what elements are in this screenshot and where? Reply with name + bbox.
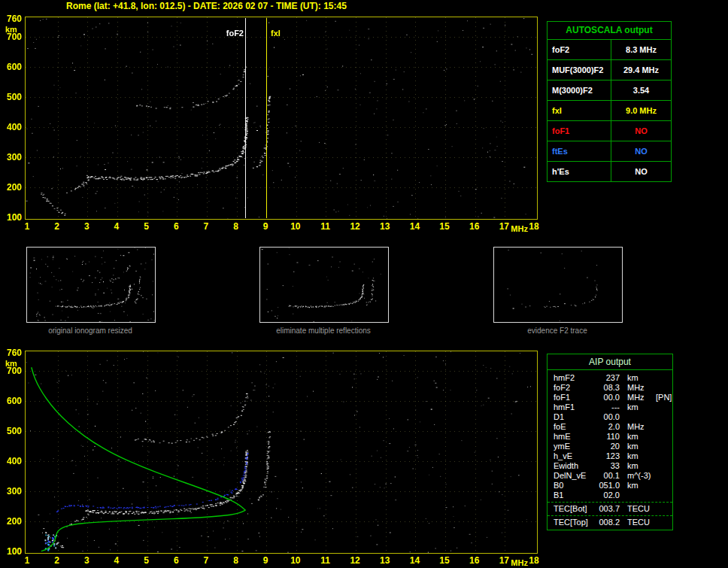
x-tick-label: 13 xyxy=(377,221,393,232)
thumbnail-caption-no-multiples: eliminate multiple reflections xyxy=(259,327,388,335)
autoscala-results-screen: Rome (lat: +41.8, lon: 012.5) - DATE: 20… xyxy=(0,0,728,568)
aip-row: hmF1---km xyxy=(548,402,672,412)
autoscala-table-rows: foF28.3 MHzMUF(3000)F229.4 MHzM(3000)F23… xyxy=(548,39,671,181)
y-axis-unit: km xyxy=(5,25,17,34)
aip-name: B0 xyxy=(548,481,597,491)
x-tick-label: 7 xyxy=(198,555,214,566)
y-tick-label: 760 xyxy=(1,14,22,24)
aip-name: DelN_vE xyxy=(548,471,597,481)
thumbnail-caption-original: original ionogram resized xyxy=(26,327,155,335)
x-tick-label: 13 xyxy=(377,555,393,566)
aip-note xyxy=(653,373,672,383)
station-date-title: Rome (lat: +41.8, lon: 012.5) - DATE: 20… xyxy=(66,1,347,11)
thumbnail-original-panel xyxy=(26,247,156,323)
x-tick-label: 4 xyxy=(108,555,125,566)
x-tick-label: 16 xyxy=(466,221,483,232)
x-tick-label: 10 xyxy=(287,555,304,566)
aip-value: 00.0 xyxy=(597,412,620,422)
param-value: 9.0 MHz xyxy=(611,106,671,115)
aip-unit xyxy=(620,412,653,422)
y-tick-label: 600 xyxy=(1,62,22,72)
aip-value: 237 xyxy=(597,373,620,383)
x-tick-label: 6 xyxy=(168,555,184,566)
autoscala-row: ftEsNO xyxy=(548,141,671,161)
aip-unit: km xyxy=(620,442,653,451)
aip-row: B102.0 xyxy=(548,491,672,500)
x-tick-label: 9 xyxy=(257,221,274,232)
x-tick-label: 14 xyxy=(406,221,423,232)
x-tick-label: 8 xyxy=(228,221,244,232)
x-tick-label: 15 xyxy=(436,555,453,566)
aip-note xyxy=(653,383,672,393)
param-value: NO xyxy=(611,147,671,156)
aip-unit: km xyxy=(620,373,653,383)
aip-value: 08.3 xyxy=(597,383,620,393)
thumbnail-f2-trace-panel xyxy=(493,247,623,323)
x-tick-label: 2 xyxy=(49,221,65,232)
aip-note xyxy=(653,461,672,471)
aip-name: ymE xyxy=(548,442,597,451)
aip-value: --- xyxy=(597,402,620,412)
aip-note xyxy=(653,451,672,461)
bottom-ionogram-canvas xyxy=(26,351,537,553)
aip-name: foF2 xyxy=(548,383,597,393)
aip-unit: TECU xyxy=(620,504,653,514)
y-tick-label: 400 xyxy=(1,122,22,132)
param-label: fxI xyxy=(548,101,611,120)
aip-value: 00.0 xyxy=(597,393,620,402)
y-tick-label: 400 xyxy=(1,456,22,466)
x-tick-label: 12 xyxy=(347,221,363,232)
x-tick-label: 18 xyxy=(526,555,542,566)
aip-name: Ewidth xyxy=(548,461,597,471)
aip-value: 123 xyxy=(597,451,620,461)
aip-note xyxy=(653,432,672,442)
x-tick-label: 12 xyxy=(347,555,363,566)
aip-name: TEC[Bot] xyxy=(548,504,597,514)
thumbnail-caption-f2-trace: evidence F2 trace xyxy=(493,327,622,335)
aip-name: TEC[Top] xyxy=(548,518,597,527)
fxI-marker-label: fxI xyxy=(271,29,281,38)
aip-unit: MHz xyxy=(620,422,653,432)
aip-name: h_vE xyxy=(548,451,597,461)
aip-note xyxy=(653,504,672,514)
aip-value: 051.0 xyxy=(597,481,620,491)
aip-row: TEC[Top]008.2TECU xyxy=(548,518,672,527)
aip-value: 110 xyxy=(597,432,620,442)
y-tick-label: 200 xyxy=(1,516,22,527)
aip-value: 003.7 xyxy=(597,504,620,514)
aip-row: h_vE123km xyxy=(548,451,672,461)
autoscala-output-table: AUTOSCALA output foF28.3 MHzMUF(3000)F22… xyxy=(547,21,672,182)
aip-note xyxy=(653,402,672,412)
param-value: NO xyxy=(611,167,671,176)
param-value: 3.54 xyxy=(611,86,671,95)
y-tick-label: 300 xyxy=(1,152,22,163)
aip-unit: km xyxy=(620,481,653,491)
thumbnail-no-multiples-panel xyxy=(259,247,389,323)
aip-table-title: AIP output xyxy=(548,354,672,370)
param-label: M(3000)F2 xyxy=(548,80,611,100)
x-tick-label: 7 xyxy=(198,221,214,232)
param-label: foF1 xyxy=(548,121,611,141)
x-tick-label: 10 xyxy=(287,221,304,232)
x-tick-label: 11 xyxy=(317,221,333,232)
autoscala-row: h'EsNO xyxy=(548,161,671,181)
autoscala-row: foF28.3 MHz xyxy=(548,39,671,59)
aip-unit: km xyxy=(620,451,653,461)
param-label: MUF(3000)F2 xyxy=(548,60,611,80)
x-tick-label: 2 xyxy=(49,555,65,566)
x-tick-label: 4 xyxy=(108,221,125,232)
aip-unit xyxy=(620,491,653,500)
param-value: 29.4 MHz xyxy=(611,65,671,74)
aip-note xyxy=(653,442,672,451)
aip-unit: km xyxy=(620,461,653,471)
tec-separator xyxy=(548,515,672,516)
aip-row: foF208.3MHz xyxy=(548,383,672,393)
y-axis-unit: km xyxy=(5,359,17,368)
aip-name: hmF2 xyxy=(548,373,597,383)
param-value: 8.3 MHz xyxy=(611,45,671,54)
aip-name: foE xyxy=(548,422,597,432)
param-label: foF2 xyxy=(548,40,611,59)
aip-name: foF1 xyxy=(548,393,597,402)
aip-name: hmF1 xyxy=(548,402,597,412)
autoscala-row: MUF(3000)F229.4 MHz xyxy=(548,59,671,80)
